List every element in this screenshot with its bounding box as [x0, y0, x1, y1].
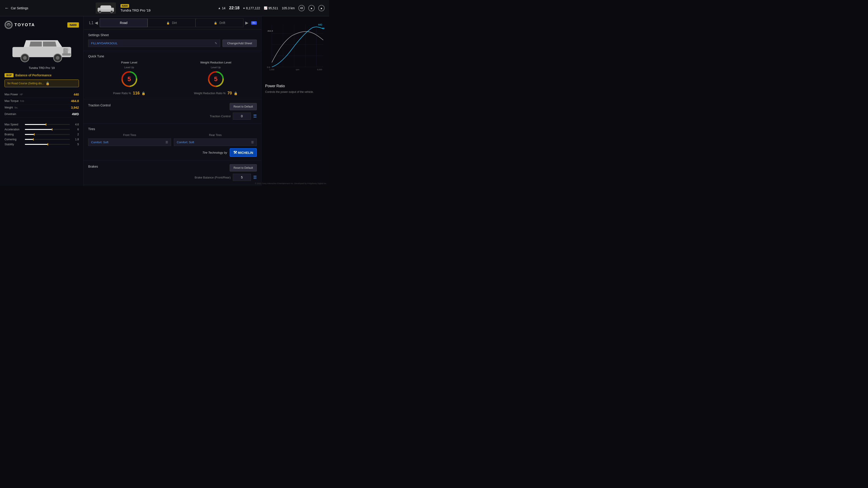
svg-point-11 [23, 56, 27, 60]
svg-point-2 [99, 11, 101, 13]
max-power-value: 440 [74, 93, 79, 96]
brake-bar-icon[interactable]: ☰ [253, 175, 257, 180]
tires-section: Tires Front Tires Comfort: Soft ☰ Rear T… [84, 124, 261, 161]
power-ratio-label: Power Ratio % [113, 92, 131, 95]
power-ratio-row: Power Ratio % 116 🔒 [88, 91, 170, 96]
bop-label: Balance of Performance [16, 73, 52, 77]
chart-title: Power Ratio [265, 84, 326, 88]
power-level-dial[interactable]: 5 [120, 70, 138, 88]
tc-bar-icon[interactable]: ☰ [253, 113, 257, 119]
rear-tire-value: Comfort: Soft [177, 140, 194, 144]
level-value: 48 [300, 6, 303, 10]
chart-desc: Controls the power output of the vehicle… [265, 90, 326, 94]
svg-rect-17 [265, 22, 326, 71]
power-chart: 440 464.8 ft-lb Hp 1,000 rpm 6,000 [265, 21, 326, 79]
tab-nav-right[interactable]: ▶ [243, 20, 250, 25]
brake-balance-row: Brake Balance (Front/Rear) 5 ☰ [88, 174, 257, 181]
mileage-stat: 📈 95,511 [264, 6, 278, 10]
svg-point-3 [111, 11, 113, 13]
perf-row: Braking 2 [4, 132, 79, 137]
power-level-label: Power Level [88, 61, 170, 64]
weight-ratio-lock-icon: 🔒 [234, 92, 238, 95]
svg-text:440: 440 [318, 23, 322, 26]
svg-rect-9 [62, 53, 71, 56]
perf-bar-marker [46, 123, 46, 126]
michelin-logo: ⚒ MICHELIN [230, 148, 257, 157]
performance-bars: Max Speed 4.6 Acceleration 6 Braking 2 C… [4, 122, 79, 147]
perf-value: 6 [72, 128, 79, 131]
power-level-value: 5 [127, 75, 131, 83]
tab-road[interactable]: Road [100, 19, 148, 27]
sheet-input[interactable]: FILLMYDARKSOUL ✎ [88, 39, 220, 47]
toyota-brand-name: TOYOTA [14, 23, 35, 27]
bop-road-notice: for Road Course (Setting dis... 🔒 [4, 79, 79, 87]
perf-row: Acceleration 6 [4, 127, 79, 132]
quick-tune-section: Quick Tune Power Level Level Up 5 [84, 51, 261, 99]
weight-level-value: 5 [214, 75, 218, 83]
power-level-item: Power Level Level Up 5 Power Rat [88, 61, 170, 96]
edit-icon: ✎ [215, 41, 217, 45]
svg-text:464.8: 464.8 [268, 30, 273, 32]
back-icon: ← [4, 5, 9, 11]
svg-text:rpm: rpm [296, 68, 299, 71]
perf-bar-marker [48, 143, 48, 145]
svg-text:ft-lb: ft-lb [267, 66, 270, 68]
credits-stat: ● 8,177,122 [243, 6, 260, 10]
front-tires-label: Front Tires [123, 133, 136, 137]
rear-tires-col: Rear Tires Comfort: Soft ☰ [174, 133, 257, 146]
mileage-icon: 📈 [264, 6, 268, 10]
tab-dirt[interactable]: 🔒 Dirt [148, 19, 195, 27]
perf-bar-track [25, 124, 70, 125]
svg-text:Hp: Hp [322, 27, 324, 29]
svg-point-4 [5, 22, 12, 28]
traction-control-title: Traction Control [88, 103, 111, 107]
rear-tire-select[interactable]: Comfort: Soft ☰ [174, 138, 257, 146]
perf-value: 5 [72, 143, 79, 146]
top-right-stats: ▲ 14 22:18 ● 8,177,122 📈 95,511 105.3 km… [213, 5, 329, 11]
drift-lock-icon: 🔒 [214, 22, 217, 25]
perf-bar-fill [25, 124, 46, 125]
front-tire-select[interactable]: Comfort: Soft ☰ [88, 138, 171, 146]
michelin-text: Tire Technology by [202, 151, 227, 154]
weight-value: 3,942 [71, 106, 79, 109]
top-center: N400 Tundra TRD Pro '19 [33, 2, 213, 14]
sheet-row: FILLMYDARKSOUL ✎ Change/Add Sheet [88, 39, 257, 47]
brake-balance-value: 5 [233, 174, 251, 181]
max-power-label: Max Power HP [4, 93, 74, 96]
tabs-bar: L1 ◀ Road 🔒 Dirt 🔒 Drift ▶ R1 [84, 16, 261, 30]
car-full-name: Tundra TRD Pro '19 [121, 8, 151, 12]
time-display: 22:18 [229, 6, 239, 10]
tab-drift[interactable]: 🔒 Drift [195, 19, 243, 27]
drivetrain-value: 4WD [72, 112, 79, 116]
user-badge: ▲ [318, 5, 324, 11]
tires-grid: Front Tires Comfort: Soft ☰ Rear Tires C… [88, 133, 257, 146]
weight-level-dial[interactable]: 5 [207, 70, 225, 88]
perf-bar-fill [25, 134, 34, 135]
perf-value: 1.8 [72, 138, 79, 141]
svg-text:6,000: 6,000 [317, 68, 322, 71]
left-panel: TOYOTA N400 [0, 16, 84, 186]
change-sheet-button[interactable]: Change/Add Sheet [222, 39, 257, 47]
max-power-row: Max Power HP 440 [4, 91, 79, 98]
weight-ratio-label: Weight Reduction Ratio % [194, 92, 225, 95]
brakes-section: Brakes Reset to Default Brake Balance (F… [84, 161, 261, 185]
perf-row: Cornering 1.8 [4, 137, 79, 142]
chart-area: 440 464.8 ft-lb Hp 1,000 rpm 6,000 [265, 21, 326, 79]
perf-bar-marker [33, 138, 34, 140]
n400-badge-top: N400 [121, 4, 129, 8]
perf-value: 2 [72, 133, 79, 136]
weight-label: Weight lbs. [4, 106, 71, 109]
tab-nav-left[interactable]: L1 ◀ [87, 20, 100, 25]
bop-notice-text: for Road Course (Setting dis... [7, 82, 44, 85]
sheet-name: FILLMYDARKSOUL [91, 41, 118, 45]
svg-rect-1 [100, 5, 111, 9]
back-button[interactable]: ← Car Settings [0, 5, 33, 11]
car-name-block: N400 Tundra TRD Pro '19 [121, 4, 151, 12]
mileage-value: 95,511 [269, 6, 278, 10]
brakes-reset-button[interactable]: Reset to Default [230, 164, 257, 171]
brakes-header: Brakes Reset to Default [88, 164, 257, 171]
rear-tires-label: Rear Tires [209, 133, 221, 137]
tires-title: Tires [88, 127, 257, 131]
drivetrain-row: Drivetrain 4WD [4, 111, 79, 118]
traction-reset-button[interactable]: Reset to Default [230, 103, 257, 110]
